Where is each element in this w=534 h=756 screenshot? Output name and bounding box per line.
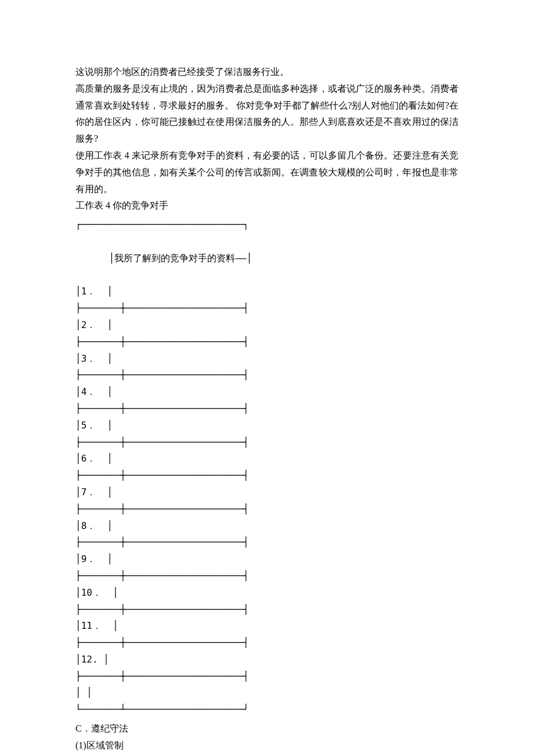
competitor-table: ┌─────────────────────────────┐ │我所了解到的竞… bbox=[75, 217, 459, 718]
table-separator: ├───────┼─────────────────────┤ bbox=[75, 501, 459, 518]
table-header-text: 我所了解到的竞争对手的资料—— bbox=[114, 253, 246, 264]
cell-border: │ bbox=[247, 253, 252, 264]
row-number: 9． bbox=[81, 553, 96, 564]
table-header-row: │我所了解到的竞争对手的资料——│ bbox=[75, 233, 459, 283]
table-row: │8． │ bbox=[75, 518, 459, 535]
row-number: 11． bbox=[81, 620, 102, 631]
row-number: 5． bbox=[81, 420, 96, 431]
table-separator: ├───────┼─────────────────────┤ bbox=[75, 668, 459, 685]
table-row: │10． │ bbox=[75, 585, 459, 602]
table-separator: ├───────┼─────────────────────┤ bbox=[75, 568, 459, 585]
cell-border: │ bbox=[75, 386, 81, 397]
table-row: │1． │ bbox=[75, 283, 459, 300]
section-c-heading: C．遵纪守法 bbox=[75, 721, 459, 737]
cell-border: │ bbox=[75, 520, 81, 531]
table-row: │7． │ bbox=[75, 484, 459, 501]
cell-border: │ bbox=[75, 587, 81, 598]
table-row: │6． │ bbox=[75, 451, 459, 467]
row-number: 2． bbox=[81, 319, 96, 330]
cell-border: │ bbox=[75, 353, 81, 364]
cell-border: │ bbox=[75, 420, 81, 431]
row-number: 6． bbox=[81, 453, 96, 464]
table-separator: ├───────┼─────────────────────┤ bbox=[75, 467, 459, 484]
cell-border: │ bbox=[107, 286, 113, 297]
table-separator: ├───────┼─────────────────────┤ bbox=[75, 300, 459, 317]
cell-border: │ bbox=[107, 487, 113, 498]
table-separator: ├───────┼─────────────────────┤ bbox=[75, 635, 459, 651]
row-number: 1． bbox=[81, 286, 96, 297]
worksheet-title: 工作表 4 你的竞争对手 bbox=[75, 197, 459, 214]
row-number: 7． bbox=[81, 487, 96, 498]
row-number: 12. bbox=[81, 654, 98, 665]
table-separator: ├───────┼─────────────────────┤ bbox=[75, 334, 459, 351]
row-number: 4． bbox=[81, 386, 96, 397]
cell-border: │ bbox=[75, 286, 81, 297]
table-border-top: ┌─────────────────────────────┐ bbox=[75, 217, 459, 233]
cell-border: │ bbox=[75, 453, 81, 464]
cell-border: │ bbox=[107, 420, 113, 431]
table-row: │5． │ bbox=[75, 417, 459, 434]
cell-border: │ bbox=[75, 654, 81, 665]
cell-border: │ bbox=[109, 253, 115, 264]
intro-line-2: 高质量的服务是没有止境的，因为消费者总是面临多种选择，或者说广泛的服务种类。消费… bbox=[75, 81, 459, 147]
cell-border: │ bbox=[107, 553, 113, 564]
cell-border: │ bbox=[75, 553, 81, 564]
table-row: │3． │ bbox=[75, 351, 459, 368]
cell-border: │ bbox=[75, 687, 81, 698]
row-number: 3． bbox=[81, 353, 96, 364]
table-separator: ├───────┼─────────────────────┤ bbox=[75, 434, 459, 451]
table-separator: ├───────┼─────────────────────┤ bbox=[75, 534, 459, 551]
table-row: │9． │ bbox=[75, 551, 459, 568]
table-row: │2． │ bbox=[75, 317, 459, 334]
cell-border: │ bbox=[75, 620, 81, 631]
table-row: │12. │ bbox=[75, 651, 459, 668]
cell-border: │ bbox=[107, 353, 113, 364]
cell-border: │ bbox=[107, 386, 113, 397]
table-separator: ├───────┼─────────────────────┤ bbox=[75, 367, 459, 384]
cell-border: │ bbox=[75, 487, 81, 498]
cell-border: │ bbox=[86, 687, 92, 698]
cell-border: │ bbox=[103, 654, 109, 665]
cell-border: │ bbox=[75, 319, 81, 330]
table-row: │4． │ bbox=[75, 384, 459, 401]
cell-border: │ bbox=[113, 587, 118, 598]
document-page: 这说明那个地区的消费者已经接受了保洁服务行业。 高质量的服务是没有止境的，因为消… bbox=[0, 0, 534, 756]
intro-line-1: 这说明那个地区的消费者已经接受了保洁服务行业。 bbox=[75, 64, 459, 81]
subsection-1-heading: (1)区域管制 bbox=[75, 737, 459, 754]
intro-line-3: 使用工作表 4 来记录所有竞争对手的资料，有必要的话，可以多留几个备份。还要注意… bbox=[75, 147, 459, 197]
table-separator: ├───────┼─────────────────────┤ bbox=[75, 602, 459, 618]
table-row: │11． │ bbox=[75, 618, 459, 635]
cell-border: │ bbox=[107, 319, 113, 330]
cell-border: │ bbox=[113, 620, 118, 631]
table-row: │ │ bbox=[75, 685, 459, 701]
row-number: 8． bbox=[81, 520, 96, 531]
table-separator: ├───────┼─────────────────────┤ bbox=[75, 401, 459, 417]
row-number: 10． bbox=[81, 587, 102, 598]
cell-border: │ bbox=[107, 520, 113, 531]
cell-border: │ bbox=[107, 453, 113, 464]
table-border-bottom: └───────┴─────────────────────┘ bbox=[75, 701, 459, 718]
